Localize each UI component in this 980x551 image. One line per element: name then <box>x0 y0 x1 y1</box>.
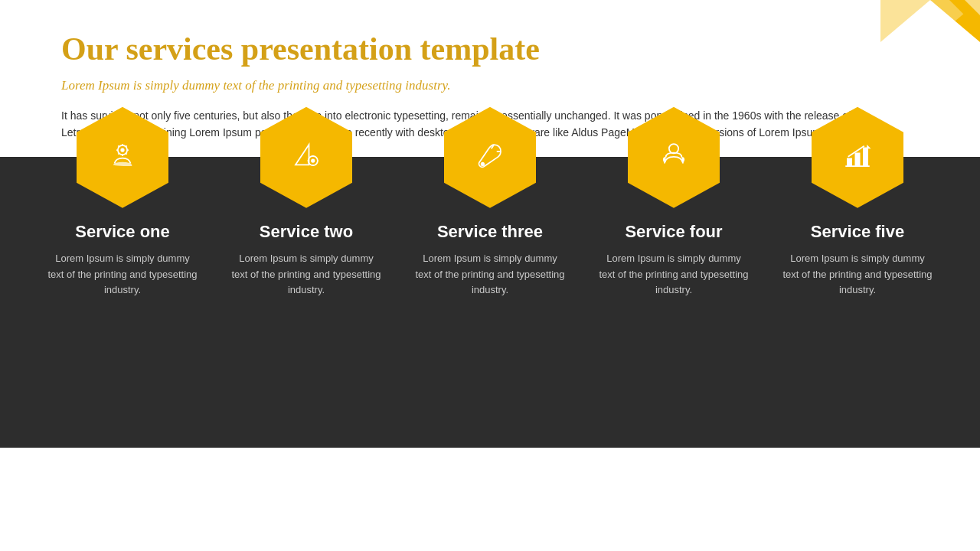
service-desc-3: Lorem Ipsum is simply dummy text of the … <box>413 251 567 298</box>
service-desc-4: Lorem Ipsum is simply dummy text of the … <box>597 251 750 298</box>
settings-hand-icon <box>77 107 168 208</box>
service-title-4: Service four <box>625 222 722 242</box>
service-card-4: Service four Lorem Ipsum is simply dummy… <box>597 149 750 298</box>
service-title-1: Service one <box>75 222 170 242</box>
service-card-3: Service three Lorem Ipsum is simply dumm… <box>413 149 567 298</box>
wrench-icon <box>444 107 536 208</box>
service-title-5: Service five <box>811 222 904 242</box>
svg-marker-2 <box>880 0 930 42</box>
hexagon-container-4 <box>628 107 720 208</box>
service-card-2: Service two Lorem Ipsum is simply dummy … <box>230 149 383 298</box>
svg-line-12 <box>126 153 126 154</box>
svg-line-13 <box>126 145 126 146</box>
headset-icon <box>628 107 720 208</box>
svg-marker-29 <box>867 145 871 148</box>
service-desc-1: Lorem Ipsum is simply dummy text of the … <box>46 251 199 298</box>
page-container: Our services presentation template Lorem… <box>0 0 980 448</box>
corner-decoration <box>880 0 980 84</box>
service-desc-5: Lorem Ipsum is simply dummy text of the … <box>781 251 934 298</box>
service-card-5: Service five Lorem Ipsum is simply dummy… <box>781 149 934 298</box>
hexagon-container-3 <box>444 107 536 208</box>
svg-line-14 <box>118 153 119 154</box>
svg-line-11 <box>118 145 119 146</box>
svg-point-21 <box>481 162 485 166</box>
design-tools-icon <box>260 107 352 208</box>
hexagon-container-5 <box>812 107 903 208</box>
svg-rect-27 <box>863 147 868 166</box>
svg-point-16 <box>311 158 315 162</box>
page-title: Our services presentation template <box>61 31 919 67</box>
page-subtitle: Lorem Ipsum is simply dummy text of the … <box>61 78 919 93</box>
svg-point-24 <box>669 144 678 153</box>
service-desc-2: Lorem Ipsum is simply dummy text of the … <box>230 251 383 298</box>
hexagon-container-2 <box>260 107 352 208</box>
services-section: Service one Lorem Ipsum is simply dummy … <box>0 157 980 448</box>
chart-icon <box>812 107 903 208</box>
hexagon-container-1 <box>77 107 168 208</box>
svg-rect-26 <box>855 152 861 166</box>
service-card-1: Service one Lorem Ipsum is simply dummy … <box>46 149 199 298</box>
service-title-3: Service three <box>437 222 543 242</box>
service-title-2: Service two <box>260 222 353 242</box>
svg-rect-25 <box>847 158 852 166</box>
svg-point-6 <box>120 148 124 152</box>
